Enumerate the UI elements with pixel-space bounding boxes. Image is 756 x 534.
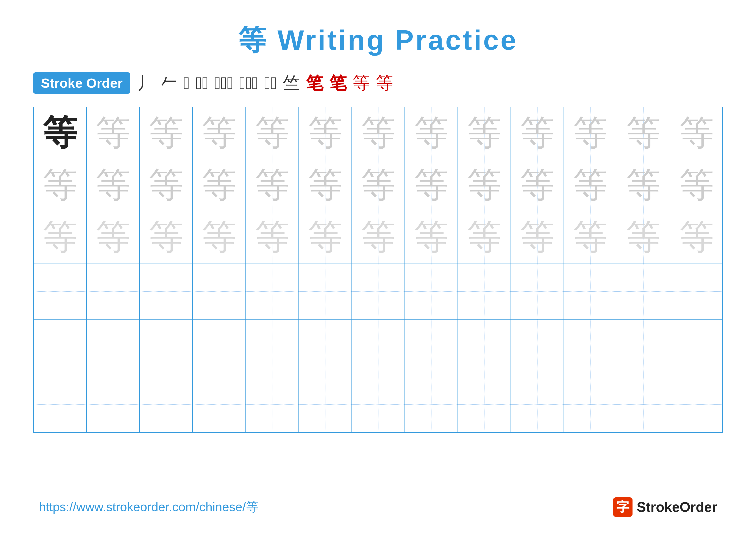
grid-cell-4-12[interactable]: [617, 264, 670, 319]
grid-cell-4-7[interactable]: [352, 264, 405, 319]
stroke-order-row: Stroke Order 丿 𠂉 𠃋 𠂇𠂉 𠂇𠂉一 𠂇𠂉𠃋 𠃋𠃌 竺 笔 笔 等…: [33, 72, 723, 94]
grid-cell-2-3[interactable]: 等: [140, 159, 193, 211]
grid-cell-6-1[interactable]: [34, 376, 87, 432]
grid-cell-6-11[interactable]: [564, 376, 617, 432]
grid-cell-1-11[interactable]: 等: [564, 107, 617, 159]
grid-cell-3-13[interactable]: 等: [670, 211, 723, 263]
grid-cell-1-12[interactable]: 等: [617, 107, 670, 159]
grid-cell-5-11[interactable]: [564, 320, 617, 376]
footer-url[interactable]: https://www.strokeorder.com/chinese/等: [39, 499, 258, 516]
grid-cell-2-7[interactable]: 等: [352, 159, 405, 211]
grid-cell-6-12[interactable]: [617, 376, 670, 432]
grid-cell-1-5[interactable]: 等: [246, 107, 299, 159]
grid-cell-2-10[interactable]: 等: [511, 159, 564, 211]
grid-cell-4-3[interactable]: [140, 264, 193, 319]
grid-cell-6-5[interactable]: [246, 376, 299, 432]
grid-cell-4-9[interactable]: [458, 264, 511, 319]
grid-cell-6-2[interactable]: [87, 376, 140, 432]
grid-row-3: 等 等 等 等 等 等 等 等 等 等 等 等 等: [34, 211, 722, 264]
stroke-step-11: 等: [353, 75, 370, 92]
grid-cell-2-4[interactable]: 等: [193, 159, 246, 211]
grid-cell-2-2[interactable]: 等: [87, 159, 140, 211]
grid-cell-4-5[interactable]: [246, 264, 299, 319]
grid-cell-5-4[interactable]: [193, 320, 246, 376]
grid-cell-6-8[interactable]: [405, 376, 458, 432]
grid-cell-4-2[interactable]: [87, 264, 140, 319]
grid-cell-6-4[interactable]: [193, 376, 246, 432]
grid-cell-6-9[interactable]: [458, 376, 511, 432]
grid-cell-4-10[interactable]: [511, 264, 564, 319]
stroke-order-badge: Stroke Order: [33, 72, 130, 94]
grid-cell-5-5[interactable]: [246, 320, 299, 376]
grid-cell-5-8[interactable]: [405, 320, 458, 376]
grid-cell-3-12[interactable]: 等: [617, 211, 670, 263]
logo-text: StrokeOrder: [637, 499, 717, 515]
grid-cell-1-3[interactable]: 等: [140, 107, 193, 159]
grid-cell-1-4[interactable]: 等: [193, 107, 246, 159]
grid-cell-5-10[interactable]: [511, 320, 564, 376]
grid-cell-3-2[interactable]: 等: [87, 211, 140, 263]
grid-cell-6-3[interactable]: [140, 376, 193, 432]
grid-cell-5-9[interactable]: [458, 320, 511, 376]
grid-cell-5-12[interactable]: [617, 320, 670, 376]
grid-cell-3-5[interactable]: 等: [246, 211, 299, 263]
grid-cell-3-10[interactable]: 等: [511, 211, 564, 263]
grid-cell-3-1[interactable]: 等: [34, 211, 87, 263]
grid-cell-1-1[interactable]: 等: [34, 107, 87, 159]
grid-cell-1-10[interactable]: 等: [511, 107, 564, 159]
grid-cell-4-4[interactable]: [193, 264, 246, 319]
grid-cell-3-4[interactable]: 等: [193, 211, 246, 263]
grid-cell-5-13[interactable]: [670, 320, 723, 376]
grid-row-1: 等 等 等 等 等 等 等 等 等 等 等 等 等: [34, 107, 722, 159]
grid-cell-3-8[interactable]: 等: [405, 211, 458, 263]
grid-cell-5-1[interactable]: [34, 320, 87, 376]
grid-cell-4-8[interactable]: [405, 264, 458, 319]
grid-cell-5-6[interactable]: [299, 320, 352, 376]
title-char: 等: [238, 24, 268, 56]
grid-cell-3-6[interactable]: 等: [299, 211, 352, 263]
grid-cell-3-7[interactable]: 等: [352, 211, 405, 263]
grid-cell-4-13[interactable]: [670, 264, 723, 319]
footer-logo: 字 StrokeOrder: [613, 497, 717, 517]
grid-cell-1-13[interactable]: 等: [670, 107, 723, 159]
grid-cell-3-11[interactable]: 等: [564, 211, 617, 263]
grid-cell-1-7[interactable]: 等: [352, 107, 405, 159]
stroke-step-3: 𠃋: [183, 75, 190, 92]
grid-row-5: [34, 320, 722, 376]
practice-grid: 等 等 等 等 等 等 等 等 等 等 等 等 等 等 等 等 等 等 等 等 …: [33, 107, 723, 433]
grid-cell-2-11[interactable]: 等: [564, 159, 617, 211]
stroke-step-6: 𠂇𠂉𠃋: [239, 75, 258, 92]
grid-cell-2-1[interactable]: 等: [34, 159, 87, 211]
grid-cell-5-2[interactable]: [87, 320, 140, 376]
grid-cell-6-13[interactable]: [670, 376, 723, 432]
grid-cell-6-7[interactable]: [352, 376, 405, 432]
stroke-step-2: 𠂉: [160, 75, 177, 92]
stroke-step-10: 笔: [329, 75, 346, 92]
grid-cell-4-6[interactable]: [299, 264, 352, 319]
grid-cell-2-8[interactable]: 等: [405, 159, 458, 211]
grid-cell-1-6[interactable]: 等: [299, 107, 352, 159]
grid-cell-1-9[interactable]: 等: [458, 107, 511, 159]
grid-cell-2-6[interactable]: 等: [299, 159, 352, 211]
grid-cell-5-3[interactable]: [140, 320, 193, 376]
grid-row-6: [34, 376, 722, 432]
grid-row-4: [34, 264, 722, 320]
grid-cell-4-1[interactable]: [34, 264, 87, 319]
grid-cell-1-8[interactable]: 等: [405, 107, 458, 159]
grid-cell-2-12[interactable]: 等: [617, 159, 670, 211]
grid-cell-4-11[interactable]: [564, 264, 617, 319]
stroke-step-12: 等: [376, 75, 393, 92]
page-title: 等 Writing Practice: [238, 21, 518, 60]
grid-cell-3-3[interactable]: 等: [140, 211, 193, 263]
logo-icon: 字: [613, 497, 633, 517]
grid-cell-2-5[interactable]: 等: [246, 159, 299, 211]
grid-cell-6-6[interactable]: [299, 376, 352, 432]
grid-cell-2-13[interactable]: 等: [670, 159, 723, 211]
grid-cell-3-9[interactable]: 等: [458, 211, 511, 263]
grid-cell-6-10[interactable]: [511, 376, 564, 432]
stroke-step-8: 竺: [283, 75, 300, 92]
grid-cell-5-7[interactable]: [352, 320, 405, 376]
char-dark: 等: [43, 116, 77, 150]
grid-cell-2-9[interactable]: 等: [458, 159, 511, 211]
grid-cell-1-2[interactable]: 等: [87, 107, 140, 159]
